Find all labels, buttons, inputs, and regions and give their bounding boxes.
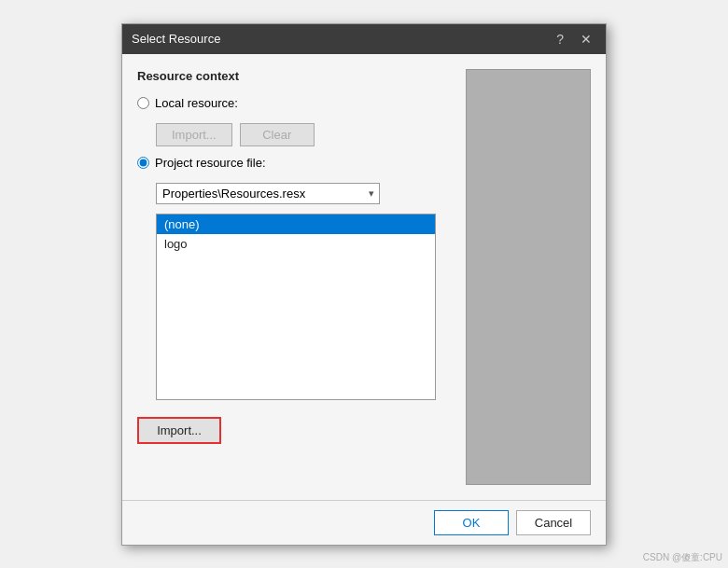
title-bar: Select Resource ? ✕ (122, 24, 606, 54)
resource-list[interactable]: (none) logo (156, 214, 436, 400)
select-resource-dialog: Select Resource ? ✕ Resource context Loc… (121, 23, 607, 546)
dialog-title: Select Resource (132, 32, 220, 46)
resource-file-dropdown[interactable]: Properties\Resources.resx (156, 183, 380, 204)
list-item-logo[interactable]: logo (157, 234, 435, 254)
project-resource-row: Project resource file: (137, 156, 455, 170)
dialog-footer: OK Cancel (122, 500, 606, 545)
close-button[interactable]: ✕ (576, 30, 596, 48)
project-resource-radio[interactable] (137, 157, 149, 169)
import-clear-btn-row: Import... Clear (156, 123, 455, 146)
import-bottom-button[interactable]: Import... (137, 417, 221, 444)
cancel-button[interactable]: Cancel (516, 510, 591, 535)
watermark: CSDN @傻童:CPU (643, 551, 722, 564)
resource-context-label: Resource context (137, 69, 455, 83)
left-panel: Resource context Local resource: Import.… (137, 69, 455, 485)
local-resource-radio[interactable] (137, 97, 149, 109)
local-resource-label[interactable]: Local resource: (155, 96, 238, 110)
dropdown-row: Properties\Resources.resx (156, 183, 455, 204)
local-resource-row: Local resource: (137, 96, 455, 110)
import-local-button[interactable]: Import... (156, 123, 232, 146)
clear-button[interactable]: Clear (240, 123, 315, 146)
list-item-none[interactable]: (none) (157, 215, 435, 234)
help-button[interactable]: ? (552, 30, 568, 48)
title-bar-controls: ? ✕ (552, 30, 596, 48)
dialog-body: Resource context Local resource: Import.… (122, 54, 606, 500)
ok-button[interactable]: OK (434, 510, 509, 535)
dropdown-wrapper: Properties\Resources.resx (156, 183, 380, 204)
preview-panel (466, 69, 591, 485)
project-resource-label[interactable]: Project resource file: (155, 156, 266, 170)
